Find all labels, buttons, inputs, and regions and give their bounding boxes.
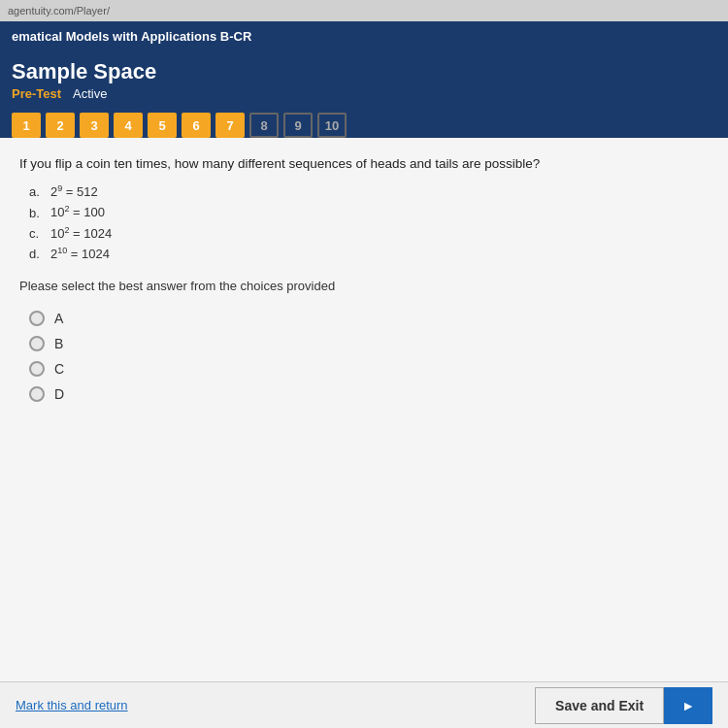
page-title: Sample Space [12,59,716,84]
question-text: If you flip a coin ten times, how many d… [19,155,709,174]
tab-10[interactable]: 10 [317,113,347,138]
question-tabs: 1 2 3 4 5 6 7 8 9 10 [0,107,728,138]
instruction-text: Please select the best answer from the c… [19,279,709,293]
answer-option-a[interactable]: A [29,311,709,326]
radio-a[interactable] [29,311,45,326]
next-button[interactable]: ► [664,687,712,724]
choice-b-letter: b. [29,206,45,220]
answer-label-a: A [54,311,63,326]
choice-b: b. 102 = 100 [29,204,709,219]
answer-options: A B C D [29,311,709,402]
tab-4[interactable]: 4 [114,113,143,138]
course-title: ematical Models with Applications B-CR [12,29,251,44]
pre-test-label: Pre-Test [12,86,61,101]
tab-6[interactable]: 6 [182,113,211,138]
choice-d-letter: d. [29,247,45,261]
answer-label-c: C [54,361,64,377]
choice-b-math: 102 = 100 [50,204,105,219]
tab-2[interactable]: 2 [46,113,75,138]
answer-option-d[interactable]: D [29,386,709,402]
choice-a-letter: a. [29,184,45,199]
answer-label-b: B [54,336,63,351]
bottom-right-actions: Save and Exit ► [535,687,712,724]
tab-5[interactable]: 5 [148,113,177,138]
radio-c[interactable] [29,361,45,377]
radio-b[interactable] [29,336,45,351]
tab-8[interactable]: 8 [249,113,279,138]
bottom-bar: Mark this and return Save and Exit ► [0,681,728,728]
answer-option-b[interactable]: B [29,336,709,351]
mark-return-link[interactable]: Mark this and return [16,698,128,712]
save-exit-button[interactable]: Save and Exit [535,687,664,724]
choice-c-math: 102 = 1024 [50,225,112,241]
choices-list: a. 29 = 512 b. 102 = 100 c. 102 = 1024 d… [29,183,709,261]
browser-url: agentuity.com/Player/ [8,5,110,17]
title-area: Sample Space Pre-Test Active [0,51,728,107]
active-label: Active [73,86,107,101]
answer-label-d: D [54,386,64,402]
choice-a-math: 29 = 512 [50,183,98,199]
main-content: If you flip a coin ten times, how many d… [0,138,728,707]
browser-bar: agentuity.com/Player/ [0,0,728,21]
tab-9[interactable]: 9 [283,113,313,138]
choice-d-math: 210 = 1024 [50,246,110,261]
course-header: ematical Models with Applications B-CR [0,21,728,51]
tab-3[interactable]: 3 [80,113,109,138]
tab-7-current[interactable]: 7 [215,113,245,138]
radio-d[interactable] [29,386,45,402]
choice-d: d. 210 = 1024 [29,246,709,261]
answer-option-c[interactable]: C [29,361,709,377]
choice-c: c. 102 = 1024 [29,225,709,241]
choice-a: a. 29 = 512 [29,183,709,199]
tab-1[interactable]: 1 [12,113,41,138]
choice-c-letter: c. [29,226,45,241]
status-row: Pre-Test Active [12,86,716,107]
